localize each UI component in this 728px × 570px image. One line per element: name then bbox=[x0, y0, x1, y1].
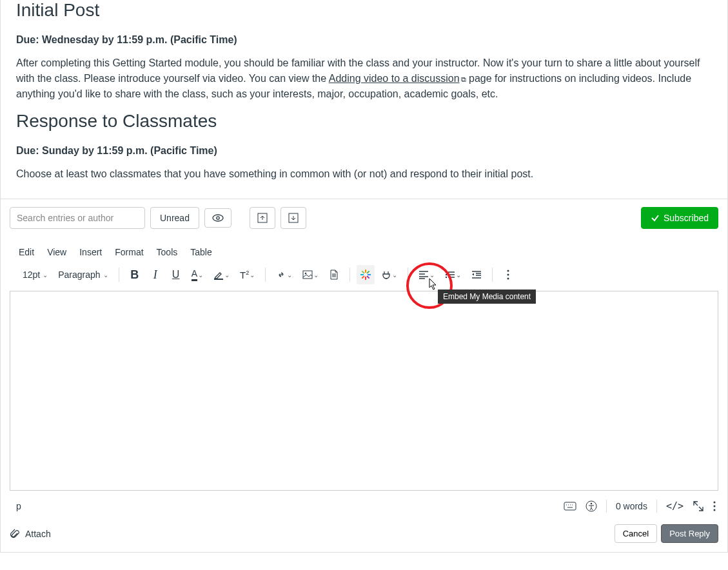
editor-content-area[interactable] bbox=[10, 291, 718, 491]
chevron-down-icon: ⌄ bbox=[429, 271, 435, 279]
embed-media-button[interactable] bbox=[357, 265, 375, 284]
search-input[interactable] bbox=[10, 207, 145, 229]
more-icon[interactable] bbox=[713, 501, 716, 511]
menu-format[interactable]: Format bbox=[115, 247, 143, 257]
expand-icon bbox=[288, 213, 299, 223]
svg-point-1 bbox=[217, 217, 219, 219]
divider bbox=[265, 268, 266, 282]
chevron-down-icon: ⌄ bbox=[224, 271, 230, 279]
svg-point-16 bbox=[446, 277, 447, 278]
chevron-down-icon: ⌄ bbox=[313, 271, 319, 279]
underline-button[interactable]: U bbox=[167, 265, 185, 284]
more-button[interactable] bbox=[499, 265, 517, 284]
link-adding-video[interactable]: Adding video to a discussion bbox=[329, 73, 460, 84]
tooltip: Embed My Media content bbox=[438, 290, 536, 304]
reply-footer: Attach Cancel Post Reply bbox=[1, 520, 727, 552]
attach-link[interactable]: Attach bbox=[25, 529, 51, 539]
menu-view[interactable]: View bbox=[47, 247, 66, 257]
divider bbox=[492, 268, 493, 282]
svg-point-26 bbox=[507, 278, 509, 280]
external-link-icon: ⧉ bbox=[461, 75, 466, 83]
rich-text-editor: Edit View Insert Format Tools Table 12pt… bbox=[1, 237, 727, 520]
more-icon bbox=[507, 270, 509, 280]
menu-tools[interactable]: Tools bbox=[157, 247, 178, 257]
attach-icon bbox=[10, 529, 20, 539]
italic-button[interactable]: I bbox=[146, 265, 164, 284]
bold-icon: B bbox=[130, 268, 139, 282]
svg-point-37 bbox=[714, 509, 716, 511]
underline-icon: U bbox=[172, 269, 180, 280]
eye-icon bbox=[212, 214, 224, 222]
apps-button[interactable]: ⌄ bbox=[377, 265, 401, 284]
element-path[interactable]: p bbox=[16, 501, 21, 511]
editor-statusbar: p 0 words </> bbox=[10, 496, 718, 515]
bold-button[interactable]: B bbox=[126, 265, 144, 284]
chevron-down-icon: ⌄ bbox=[43, 271, 48, 279]
svg-point-35 bbox=[714, 502, 716, 504]
chevron-down-icon: ⌄ bbox=[198, 271, 203, 279]
html-view-button[interactable]: </> bbox=[666, 500, 684, 512]
expand-button[interactable] bbox=[280, 207, 306, 229]
check-icon bbox=[651, 213, 660, 222]
view-button[interactable] bbox=[204, 208, 231, 228]
unread-button[interactable]: Unread bbox=[150, 207, 199, 229]
align-icon bbox=[418, 270, 429, 279]
svg-point-15 bbox=[446, 274, 447, 275]
divider bbox=[119, 268, 119, 282]
menu-table[interactable]: Table bbox=[190, 247, 212, 257]
fullscreen-icon[interactable] bbox=[693, 500, 704, 512]
menu-edit[interactable]: Edit bbox=[19, 247, 34, 257]
document-icon bbox=[330, 270, 339, 280]
font-size-select[interactable]: 12pt⌄ bbox=[19, 265, 52, 284]
chevron-down-icon: ⌄ bbox=[287, 271, 292, 279]
due-response: Due: Sunday by 11:59 p.m. (Pacific Time) bbox=[16, 143, 712, 159]
paragraph-select[interactable]: Paragraph⌄ bbox=[54, 265, 112, 284]
divider bbox=[656, 500, 657, 513]
collapse-icon bbox=[257, 213, 268, 223]
menu-insert[interactable]: Insert bbox=[79, 247, 102, 257]
image-icon bbox=[302, 270, 313, 279]
highlight-icon bbox=[213, 270, 224, 280]
highlight-button[interactable]: ⌄ bbox=[210, 265, 233, 284]
response-paragraph: Choose at least two classmates that you … bbox=[16, 166, 712, 182]
text-color-button[interactable]: A⌄ bbox=[188, 265, 207, 284]
subscribed-button[interactable]: Subscribed bbox=[641, 207, 718, 229]
divider bbox=[606, 500, 607, 513]
svg-point-6 bbox=[305, 273, 307, 275]
word-count[interactable]: 0 words bbox=[616, 501, 647, 511]
italic-icon: I bbox=[153, 268, 157, 282]
chevron-down-icon: ⌄ bbox=[103, 271, 108, 279]
align-button[interactable]: ⌄ bbox=[415, 265, 438, 284]
chevron-down-icon: ⌄ bbox=[456, 271, 461, 279]
intro-paragraph: After completing this Getting Started mo… bbox=[16, 55, 712, 102]
heading-response: Response to Classmates bbox=[16, 111, 712, 132]
cancel-button[interactable]: Cancel bbox=[615, 524, 657, 543]
indent-icon bbox=[471, 270, 482, 279]
svg-rect-27 bbox=[564, 502, 576, 510]
keyboard-icon[interactable] bbox=[564, 502, 576, 511]
outdent-button[interactable] bbox=[467, 265, 486, 284]
post-reply-button[interactable]: Post Reply bbox=[661, 524, 718, 543]
document-button[interactable] bbox=[325, 265, 343, 284]
accessibility-icon[interactable] bbox=[585, 500, 597, 512]
list-icon bbox=[445, 270, 455, 279]
link-icon bbox=[276, 270, 286, 280]
plug-icon bbox=[381, 270, 391, 280]
list-button[interactable]: ⌄ bbox=[441, 265, 465, 284]
text-color-icon: A bbox=[192, 268, 197, 281]
editor-menubar: Edit View Insert Format Tools Table bbox=[10, 247, 718, 265]
image-button[interactable]: ⌄ bbox=[299, 265, 322, 284]
discussion-toolbar: Unread Subscribed bbox=[1, 199, 727, 237]
superscript-icon: T2 bbox=[240, 270, 249, 280]
due-initial: Due: Wednesday by 11:59 p.m. (Pacific Ti… bbox=[16, 32, 712, 48]
link-button[interactable]: ⌄ bbox=[272, 265, 296, 284]
divider bbox=[349, 268, 350, 282]
svg-point-14 bbox=[446, 271, 447, 273]
collapse-button[interactable] bbox=[250, 207, 275, 229]
chevron-down-icon: ⌄ bbox=[250, 271, 255, 279]
superscript-button[interactable]: T2⌄ bbox=[236, 265, 259, 284]
svg-point-34 bbox=[591, 503, 593, 505]
svg-point-0 bbox=[213, 215, 223, 221]
heading-initial-post: Initial Post bbox=[16, 0, 712, 21]
divider bbox=[408, 268, 408, 282]
